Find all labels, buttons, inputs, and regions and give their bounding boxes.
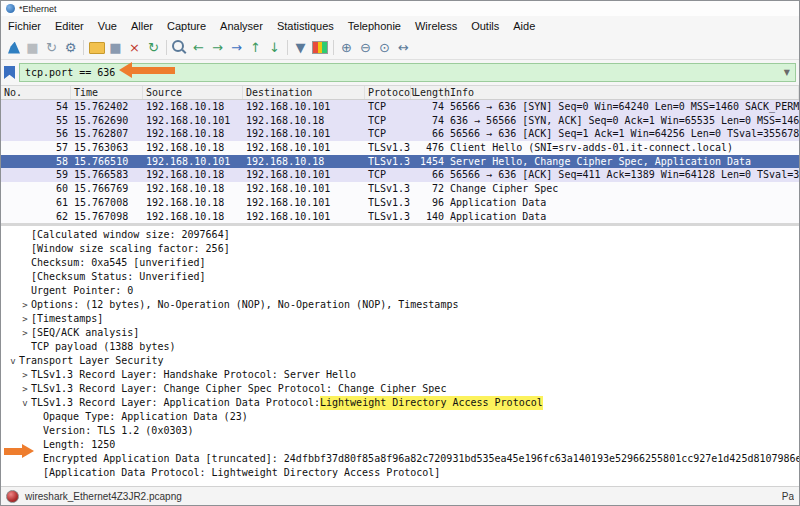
go-to-packet-icon[interactable]: → (227, 39, 246, 57)
save-file-icon[interactable]: ■ (106, 39, 125, 57)
detail-line[interactable]: Urgent Pointer: 0 (1, 284, 799, 298)
detail-line[interactable]: vTLSv1.3 Record Layer: Application Data … (1, 396, 799, 410)
expander-icon[interactable]: > (19, 312, 31, 326)
packet-row[interactable]: 5915.766583192.168.10.18192.168.10.101TC… (1, 168, 799, 182)
packet-protocol: TCP (365, 114, 411, 128)
expander-spacer (19, 340, 31, 354)
column-header-info[interactable]: Info (447, 86, 799, 99)
detail-text: [Window size scaling factor: 256] (31, 242, 230, 256)
filter-bookmark-icon[interactable] (4, 66, 15, 79)
menu-capture[interactable]: Capture (160, 17, 213, 35)
zoom-out-icon[interactable]: ⊖ (356, 39, 375, 57)
menu-analyser[interactable]: Analyser (213, 17, 270, 35)
detail-line[interactable]: [Checksum Status: Unverified] (1, 270, 799, 284)
detail-line[interactable]: [Window size scaling factor: 256] (1, 242, 799, 256)
packet-info: Application Data (447, 210, 799, 224)
detail-line[interactable]: >Options: (12 bytes), No-Operation (NOP)… (1, 298, 799, 312)
expander-icon[interactable]: v (7, 354, 19, 368)
expander-spacer (19, 228, 31, 242)
go-back-icon[interactable]: ← (189, 39, 208, 57)
menu-statistiques[interactable]: Statistiques (270, 17, 341, 35)
expander-icon[interactable]: > (19, 368, 31, 382)
packet-source: 192.168.10.18 (143, 168, 243, 182)
detail-text: TCP payload (1388 bytes) (31, 340, 176, 354)
go-last-packet-icon[interactable]: ↓ (265, 39, 284, 57)
expander-icon[interactable]: > (19, 298, 31, 312)
menu-wireless[interactable]: Wireless (408, 17, 464, 35)
column-header-time[interactable]: Time (71, 86, 143, 99)
packet-row[interactable]: 6015.766769192.168.10.18192.168.10.101TL… (1, 182, 799, 196)
main-toolbar: ■↻⚙■×↻←→→↑↓▼⊕⊖⊙↔ (1, 36, 799, 60)
capture-options-icon[interactable]: ⚙ (61, 39, 80, 57)
packet-row[interactable]: 5815.766510192.168.10.101192.168.10.18TL… (1, 155, 799, 169)
column-header-source[interactable]: Source (143, 86, 243, 99)
detail-line[interactable]: >TLSv1.3 Record Layer: Handshake Protoco… (1, 368, 799, 382)
chevron-down-icon[interactable]: ▼ (784, 68, 795, 77)
detail-line[interactable]: [Calculated window size: 2097664] (1, 228, 799, 242)
zoom-100-icon[interactable]: ⊙ (375, 39, 394, 57)
column-header-length[interactable]: Length (411, 86, 447, 99)
packet-row[interactable]: 5515.762690192.168.10.101192.168.10.18TC… (1, 114, 799, 128)
go-first-packet-icon[interactable]: ↑ (246, 39, 265, 57)
menu-outils[interactable]: Outils (464, 17, 506, 35)
detail-line[interactable]: >[SEQ/ACK analysis] (1, 326, 799, 340)
auto-scroll-icon[interactable]: ▼ (291, 39, 310, 57)
column-header-destination[interactable]: Destination (243, 86, 365, 99)
packet-protocol: TLSv1.3 (365, 155, 411, 169)
menu-aller[interactable]: Aller (124, 17, 160, 35)
detail-line[interactable]: vTransport Layer Security (1, 354, 799, 368)
packet-length: 476 (411, 141, 447, 155)
packet-destination: 192.168.10.101 (243, 182, 365, 196)
start-capture-icon[interactable] (4, 39, 23, 57)
expander-icon[interactable]: > (19, 326, 31, 340)
expander-icon[interactable]: > (19, 382, 31, 396)
menu-fichier[interactable]: Fichier (1, 17, 48, 35)
toolbar-separator (83, 40, 84, 55)
detail-line[interactable]: Opaque Type: Application Data (23) (1, 410, 799, 424)
colorize-packets-icon[interactable] (312, 41, 328, 54)
detail-line[interactable]: Checksum: 0xa545 [unverified] (1, 256, 799, 270)
stop-capture-icon[interactable]: ■ (23, 39, 42, 57)
expert-info-icon[interactable] (6, 490, 19, 503)
detail-text: TLSv1.3 Record Layer: Change Cipher Spec… (31, 382, 446, 396)
restart-capture-icon[interactable]: ↻ (42, 39, 61, 57)
detail-line[interactable]: Version: TLS 1.2 (0x0303) (1, 424, 799, 438)
packet-destination: 192.168.10.18 (243, 155, 365, 169)
menu-aide[interactable]: Aide (506, 17, 542, 35)
find-packet-icon[interactable] (170, 39, 189, 57)
menu-bar: FichierEditerVueAllerCaptureAnalyserStat… (1, 16, 799, 36)
packet-protocol: TLSv1.3 (365, 196, 411, 210)
menu-telephonie[interactable]: Telephonie (341, 17, 408, 35)
detail-line[interactable]: >[Timestamps] (1, 312, 799, 326)
zoom-in-icon[interactable]: ⊕ (337, 39, 356, 57)
display-filter-input[interactable] (20, 67, 784, 78)
detail-line[interactable]: Length: 1250 (1, 438, 799, 452)
expander-icon[interactable]: v (19, 396, 31, 410)
close-file-icon[interactable]: × (125, 39, 144, 57)
menu-editer[interactable]: Editer (48, 17, 91, 35)
expander-spacer (31, 452, 43, 466)
packet-info: 56566 → 636 [SYN] Seq=0 Win=64240 Len=0 … (447, 100, 799, 114)
reload-icon[interactable]: ↻ (144, 39, 163, 57)
column-header-no[interactable]: No. (1, 86, 71, 99)
column-header-protocol[interactable]: Protocol (365, 86, 411, 99)
packet-row[interactable]: 5415.762402192.168.10.18192.168.10.101TC… (1, 100, 799, 114)
detail-line[interactable]: >TLSv1.3 Record Layer: Change Cipher Spe… (1, 382, 799, 396)
toolbar-separator (166, 40, 167, 55)
packet-length: 1454 (411, 155, 447, 169)
title-bar[interactable]: *Ethernet (1, 1, 799, 16)
open-file-icon[interactable] (87, 39, 106, 57)
packet-row[interactable]: 5615.762807192.168.10.18192.168.10.101TC… (1, 127, 799, 141)
packet-row[interactable]: 6115.767008192.168.10.18192.168.10.101TL… (1, 196, 799, 210)
menu-vue[interactable]: Vue (91, 17, 124, 35)
packet-info: Change Cipher Spec (447, 182, 799, 196)
packet-length: 140 (411, 210, 447, 224)
packet-no: 62 (1, 210, 71, 224)
detail-line[interactable]: Encrypted Application Data [truncated]: … (1, 452, 799, 466)
packet-row[interactable]: 6215.767098192.168.10.18192.168.10.101TL… (1, 210, 799, 224)
packet-row[interactable]: 5715.763063192.168.10.18192.168.10.101TL… (1, 141, 799, 155)
go-forward-icon[interactable]: → (208, 39, 227, 57)
resize-columns-icon[interactable]: ↔ (394, 39, 413, 57)
detail-line[interactable]: TCP payload (1388 bytes) (1, 340, 799, 354)
detail-line[interactable]: [Application Data Protocol: Lightweight … (1, 466, 799, 480)
